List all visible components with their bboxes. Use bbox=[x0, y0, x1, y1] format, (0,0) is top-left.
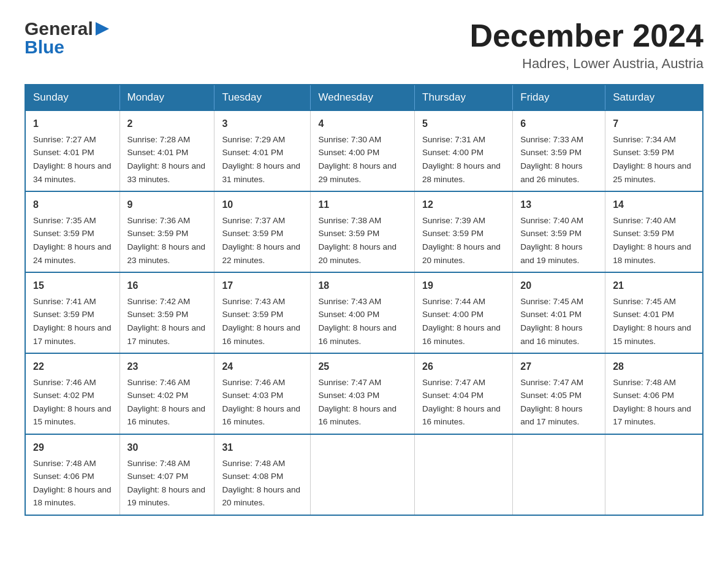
weekday-header-row: SundayMondayTuesdayWednesdayThursdayFrid… bbox=[25, 85, 703, 110]
calendar-day-cell: 22Sunrise: 7:46 AMSunset: 4:02 PMDayligh… bbox=[25, 353, 119, 434]
day-number: 11 bbox=[318, 197, 407, 213]
day-number: 2 bbox=[127, 116, 207, 132]
weekday-header-wednesday: Wednesday bbox=[311, 85, 415, 110]
calendar-day-cell bbox=[311, 434, 415, 515]
weekday-header-saturday: Saturday bbox=[605, 85, 703, 110]
calendar-day-cell: 3Sunrise: 7:29 AMSunset: 4:01 PMDaylight… bbox=[214, 110, 311, 191]
day-info: Sunrise: 7:46 AMSunset: 4:02 PMDaylight:… bbox=[33, 378, 112, 427]
day-number: 30 bbox=[127, 440, 207, 456]
calendar-day-cell: 4Sunrise: 7:30 AMSunset: 4:00 PMDaylight… bbox=[311, 110, 415, 191]
day-number: 8 bbox=[33, 197, 112, 213]
day-number: 22 bbox=[33, 359, 112, 375]
calendar-day-cell: 26Sunrise: 7:47 AMSunset: 4:04 PMDayligh… bbox=[415, 353, 513, 434]
day-info: Sunrise: 7:28 AMSunset: 4:01 PMDaylight:… bbox=[127, 135, 206, 184]
day-number: 25 bbox=[318, 359, 407, 375]
calendar-day-cell: 30Sunrise: 7:48 AMSunset: 4:07 PMDayligh… bbox=[119, 434, 214, 515]
calendar-week-row: 8Sunrise: 7:35 AMSunset: 3:59 PMDaylight… bbox=[25, 191, 703, 272]
calendar-day-cell: 1Sunrise: 7:27 AMSunset: 4:01 PMDaylight… bbox=[25, 110, 119, 191]
calendar-day-cell: 27Sunrise: 7:47 AMSunset: 4:05 PMDayligh… bbox=[513, 353, 605, 434]
calendar-day-cell: 14Sunrise: 7:40 AMSunset: 3:59 PMDayligh… bbox=[605, 191, 703, 272]
day-number: 24 bbox=[222, 359, 303, 375]
calendar-header: SundayMondayTuesdayWednesdayThursdayFrid… bbox=[25, 85, 703, 110]
calendar-day-cell: 25Sunrise: 7:47 AMSunset: 4:03 PMDayligh… bbox=[311, 353, 415, 434]
day-number: 4 bbox=[318, 116, 407, 132]
calendar-day-cell bbox=[513, 434, 605, 515]
day-info: Sunrise: 7:41 AMSunset: 3:59 PMDaylight:… bbox=[33, 297, 112, 346]
day-info: Sunrise: 7:48 AMSunset: 4:07 PMDaylight:… bbox=[127, 459, 206, 508]
calendar-day-cell: 20Sunrise: 7:45 AMSunset: 4:01 PMDayligh… bbox=[513, 272, 605, 353]
day-number: 5 bbox=[422, 116, 505, 132]
calendar-body: 1Sunrise: 7:27 AMSunset: 4:01 PMDaylight… bbox=[25, 110, 703, 515]
calendar-week-row: 29Sunrise: 7:48 AMSunset: 4:06 PMDayligh… bbox=[25, 434, 703, 515]
day-info: Sunrise: 7:29 AMSunset: 4:01 PMDaylight:… bbox=[222, 135, 300, 184]
day-number: 23 bbox=[127, 359, 207, 375]
day-info: Sunrise: 7:48 AMSunset: 4:08 PMDaylight:… bbox=[222, 459, 300, 508]
day-info: Sunrise: 7:46 AMSunset: 4:03 PMDaylight:… bbox=[222, 378, 300, 427]
day-number: 7 bbox=[613, 116, 695, 132]
calendar-day-cell: 17Sunrise: 7:43 AMSunset: 3:59 PMDayligh… bbox=[214, 272, 311, 353]
calendar-day-cell: 6Sunrise: 7:33 AMSunset: 3:59 PMDaylight… bbox=[513, 110, 605, 191]
calendar-day-cell bbox=[415, 434, 513, 515]
calendar-week-row: 1Sunrise: 7:27 AMSunset: 4:01 PMDaylight… bbox=[25, 110, 703, 191]
day-number: 28 bbox=[613, 359, 695, 375]
calendar-day-cell: 29Sunrise: 7:48 AMSunset: 4:06 PMDayligh… bbox=[25, 434, 119, 515]
day-info: Sunrise: 7:40 AMSunset: 3:59 PMDaylight:… bbox=[613, 216, 691, 265]
month-title: December 2024 bbox=[469, 18, 703, 53]
calendar-week-row: 22Sunrise: 7:46 AMSunset: 4:02 PMDayligh… bbox=[25, 353, 703, 434]
calendar-day-cell: 12Sunrise: 7:39 AMSunset: 3:59 PMDayligh… bbox=[415, 191, 513, 272]
calendar-day-cell: 18Sunrise: 7:43 AMSunset: 4:00 PMDayligh… bbox=[311, 272, 415, 353]
calendar-table: SundayMondayTuesdayWednesdayThursdayFrid… bbox=[25, 84, 703, 516]
day-info: Sunrise: 7:45 AMSunset: 4:01 PMDaylight:… bbox=[520, 297, 583, 346]
day-info: Sunrise: 7:43 AMSunset: 3:59 PMDaylight:… bbox=[222, 297, 300, 346]
weekday-header-thursday: Thursday bbox=[415, 85, 513, 110]
day-number: 13 bbox=[520, 197, 597, 213]
svg-marker-0 bbox=[96, 22, 109, 36]
day-info: Sunrise: 7:38 AMSunset: 3:59 PMDaylight:… bbox=[318, 216, 396, 265]
day-info: Sunrise: 7:39 AMSunset: 3:59 PMDaylight:… bbox=[422, 216, 501, 265]
calendar-day-cell: 23Sunrise: 7:46 AMSunset: 4:02 PMDayligh… bbox=[119, 353, 214, 434]
day-number: 31 bbox=[222, 440, 303, 456]
day-number: 19 bbox=[422, 278, 505, 294]
day-info: Sunrise: 7:48 AMSunset: 4:06 PMDaylight:… bbox=[33, 459, 112, 508]
day-info: Sunrise: 7:33 AMSunset: 3:59 PMDaylight:… bbox=[520, 135, 583, 184]
calendar-day-cell bbox=[605, 434, 703, 515]
calendar-day-cell: 8Sunrise: 7:35 AMSunset: 3:59 PMDaylight… bbox=[25, 191, 119, 272]
day-number: 15 bbox=[33, 278, 112, 294]
day-info: Sunrise: 7:45 AMSunset: 4:01 PMDaylight:… bbox=[613, 297, 691, 346]
day-number: 29 bbox=[33, 440, 112, 456]
day-number: 1 bbox=[33, 116, 112, 132]
location-title: Hadres, Lower Austria, Austria bbox=[469, 56, 703, 72]
day-info: Sunrise: 7:31 AMSunset: 4:00 PMDaylight:… bbox=[422, 135, 501, 184]
calendar-day-cell: 13Sunrise: 7:40 AMSunset: 3:59 PMDayligh… bbox=[513, 191, 605, 272]
day-info: Sunrise: 7:36 AMSunset: 3:59 PMDaylight:… bbox=[127, 216, 206, 265]
logo: General Blue bbox=[25, 18, 109, 58]
day-number: 26 bbox=[422, 359, 505, 375]
day-info: Sunrise: 7:46 AMSunset: 4:02 PMDaylight:… bbox=[127, 378, 206, 427]
weekday-header-sunday: Sunday bbox=[25, 85, 119, 110]
calendar-day-cell: 28Sunrise: 7:48 AMSunset: 4:06 PMDayligh… bbox=[605, 353, 703, 434]
header: General Blue December 2024 Hadres, Lower… bbox=[25, 18, 703, 72]
day-info: Sunrise: 7:47 AMSunset: 4:03 PMDaylight:… bbox=[318, 378, 396, 427]
weekday-header-friday: Friday bbox=[513, 85, 605, 110]
title-area: December 2024 Hadres, Lower Austria, Aus… bbox=[469, 18, 703, 72]
logo-blue-text: Blue bbox=[25, 37, 64, 58]
day-number: 14 bbox=[613, 197, 695, 213]
day-info: Sunrise: 7:47 AMSunset: 4:04 PMDaylight:… bbox=[422, 378, 501, 427]
day-number: 10 bbox=[222, 197, 303, 213]
calendar-day-cell: 11Sunrise: 7:38 AMSunset: 3:59 PMDayligh… bbox=[311, 191, 415, 272]
day-info: Sunrise: 7:30 AMSunset: 4:00 PMDaylight:… bbox=[318, 135, 396, 184]
day-number: 21 bbox=[613, 278, 695, 294]
logo-arrow-icon bbox=[96, 22, 109, 36]
day-info: Sunrise: 7:40 AMSunset: 3:59 PMDaylight:… bbox=[520, 216, 583, 265]
day-number: 20 bbox=[520, 278, 597, 294]
calendar-day-cell: 2Sunrise: 7:28 AMSunset: 4:01 PMDaylight… bbox=[119, 110, 214, 191]
calendar-day-cell: 15Sunrise: 7:41 AMSunset: 3:59 PMDayligh… bbox=[25, 272, 119, 353]
calendar-day-cell: 9Sunrise: 7:36 AMSunset: 3:59 PMDaylight… bbox=[119, 191, 214, 272]
calendar-week-row: 15Sunrise: 7:41 AMSunset: 3:59 PMDayligh… bbox=[25, 272, 703, 353]
day-number: 12 bbox=[422, 197, 505, 213]
weekday-header-monday: Monday bbox=[119, 85, 214, 110]
day-info: Sunrise: 7:42 AMSunset: 3:59 PMDaylight:… bbox=[127, 297, 206, 346]
calendar-day-cell: 19Sunrise: 7:44 AMSunset: 4:00 PMDayligh… bbox=[415, 272, 513, 353]
day-info: Sunrise: 7:27 AMSunset: 4:01 PMDaylight:… bbox=[33, 135, 112, 184]
day-info: Sunrise: 7:43 AMSunset: 4:00 PMDaylight:… bbox=[318, 297, 396, 346]
